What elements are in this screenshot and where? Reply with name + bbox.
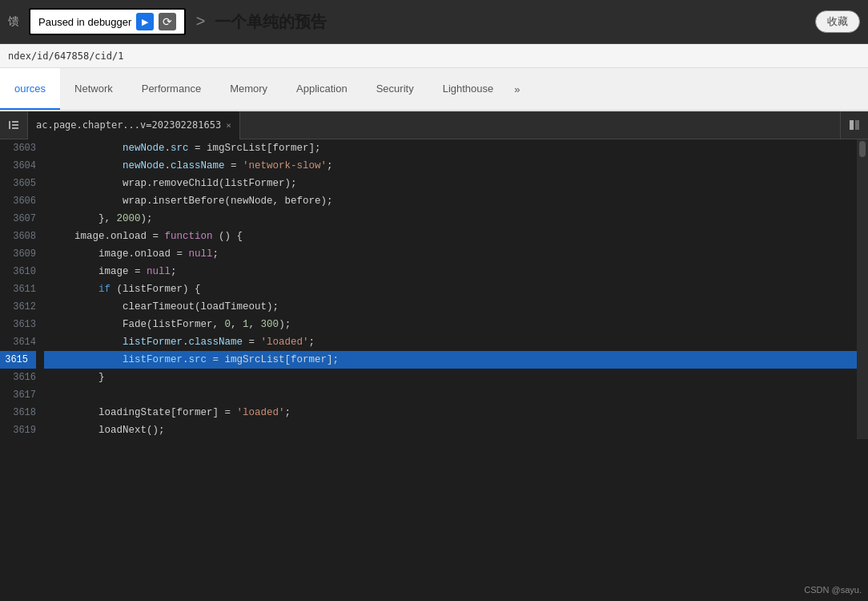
line-number: 3614 xyxy=(0,333,36,351)
code-line: image = null; xyxy=(44,263,857,280)
code-token: wrap.removeChild(listFormer); xyxy=(123,175,297,192)
code-panel: ac.page.chapter...v=202302281653 × 36033… xyxy=(0,111,868,439)
code-token: . xyxy=(165,139,171,157)
code-token: null xyxy=(147,263,171,280)
line-number: 3604 xyxy=(0,157,36,175)
code-token: . xyxy=(183,351,189,369)
arrow-separator: > xyxy=(195,13,205,31)
code-token: (listFormer) { xyxy=(111,280,201,298)
code-token: listFormer xyxy=(123,351,183,369)
svg-rect-2 xyxy=(12,124,18,126)
code-line: Fade(listFormer, 0, 1, 300); xyxy=(44,316,857,333)
code-token: ; xyxy=(309,333,315,351)
code-line xyxy=(44,386,857,404)
code-line: if (listFormer) { xyxy=(44,280,857,298)
line-number: 3603 xyxy=(0,139,36,157)
code-token: clearTimeout(loadTimeout); xyxy=(123,298,279,316)
code-token: = xyxy=(207,351,225,369)
code-token: ; xyxy=(285,404,291,422)
svg-rect-1 xyxy=(12,121,18,123)
code-token: image.onload = xyxy=(74,228,165,245)
line-numbers: 3603360436053606360736083609361036113612… xyxy=(0,139,44,439)
url-bar: ndex/id/647858/cid/1 xyxy=(0,44,868,68)
line-number: 3605 xyxy=(0,175,36,192)
svg-rect-4 xyxy=(850,120,854,130)
code-token: . xyxy=(165,157,171,175)
tab-security[interactable]: Security xyxy=(362,68,428,110)
code-line: image.onload = function () { xyxy=(44,228,857,245)
code-token: = xyxy=(189,139,207,157)
code-token: src xyxy=(189,351,207,369)
code-content[interactable]: newNode.src = imgSrcList[former]; newNod… xyxy=(44,139,857,439)
code-line: listFormer.src = imgSrcList[former]; xyxy=(44,351,857,369)
tab-application[interactable]: Application xyxy=(282,68,362,110)
code-token: listFormer xyxy=(123,333,183,351)
line-number: 3618 xyxy=(0,404,36,422)
line-number: 3616 xyxy=(0,369,36,386)
scrollbar[interactable] xyxy=(857,139,868,439)
tab-network[interactable]: Network xyxy=(60,68,127,110)
code-scroll-area[interactable]: 3603360436053606360736083609361036113612… xyxy=(0,139,868,439)
code-token: imgSrcList[former]; xyxy=(207,139,321,157)
top-bar: 馈 Paused in debugger ⟳ > 一个单纯的预告 收藏 xyxy=(0,0,868,44)
line-number: 3609 xyxy=(0,245,36,263)
code-token: ; xyxy=(327,157,333,175)
code-token: , xyxy=(249,316,261,333)
line-number: 3607 xyxy=(0,210,36,228)
code-token: 0 xyxy=(225,316,231,333)
tab-performance[interactable]: Performance xyxy=(127,68,215,110)
code-token: 'loaded' xyxy=(261,333,309,351)
line-number: 3611 xyxy=(0,280,36,298)
code-token: 1 xyxy=(243,316,249,333)
file-tab-name: ac.page.chapter...v=202302281653 xyxy=(36,119,221,131)
code-line: wrap.insertBefore(newNode, before); xyxy=(44,192,857,210)
code-token: ; xyxy=(171,263,177,280)
resume-button[interactable] xyxy=(136,13,154,30)
step-button[interactable]: ⟳ xyxy=(159,13,176,30)
code-line: loadNext(); xyxy=(44,422,857,439)
line-number: 3612 xyxy=(0,298,36,316)
line-number: 3617 xyxy=(0,386,36,404)
code-token: 300 xyxy=(261,316,279,333)
code-line: newNode.src = imgSrcList[former]; xyxy=(44,139,857,157)
scrollbar-thumb[interactable] xyxy=(859,141,866,157)
collect-button[interactable]: 收藏 xyxy=(815,10,860,33)
code-line: } xyxy=(44,369,857,386)
file-tab-close[interactable]: × xyxy=(226,120,231,131)
line-number: 3615 xyxy=(0,351,36,369)
code-line: }, 2000); xyxy=(44,210,857,228)
code-token: newNode xyxy=(123,157,165,175)
file-tab-bar: ac.page.chapter...v=202302281653 × xyxy=(0,111,868,139)
watermark: CSDN @sayu. xyxy=(804,585,862,595)
line-number: 3606 xyxy=(0,192,36,210)
code-token: className xyxy=(171,157,225,175)
page-title: 一个单纯的预告 xyxy=(215,11,327,33)
tab-overflow-button[interactable]: » xyxy=(508,68,526,110)
code-line: image.onload = null; xyxy=(44,245,857,263)
debugger-badge: Paused in debugger ⟳ xyxy=(29,8,186,35)
tab-sources[interactable]: ources xyxy=(0,68,60,110)
code-token: , xyxy=(231,316,243,333)
tab-memory[interactable]: Memory xyxy=(215,68,282,110)
code-token: loadingState[former] = xyxy=(98,404,237,422)
code-line: wrap.removeChild(listFormer); xyxy=(44,175,857,192)
code-token: () { xyxy=(213,228,243,245)
tab-lighthouse[interactable]: Lighthouse xyxy=(428,68,508,110)
left-nav-text: 馈 xyxy=(8,14,19,29)
code-token: = xyxy=(225,157,243,175)
code-token: function xyxy=(165,228,213,245)
code-token: 'loaded' xyxy=(237,404,285,422)
svg-rect-0 xyxy=(9,121,10,129)
panel-right-button[interactable] xyxy=(840,111,868,139)
svg-rect-3 xyxy=(12,127,18,129)
file-tab[interactable]: ac.page.chapter...v=202302281653 × xyxy=(28,111,240,139)
code-line: clearTimeout(loadTimeout); xyxy=(44,298,857,316)
debugger-label: Paused in debugger xyxy=(38,16,131,28)
code-line: newNode.className = 'network-slow'; xyxy=(44,157,857,175)
code-token: image.onload = xyxy=(98,245,189,263)
code-line: loadingState[former] = 'loaded'; xyxy=(44,404,857,422)
code-token: imgSrcList[former]; xyxy=(225,351,340,369)
toggle-sidebar-button[interactable] xyxy=(0,111,28,139)
line-number: 3613 xyxy=(0,316,36,333)
code-token: 2000 xyxy=(117,210,141,228)
